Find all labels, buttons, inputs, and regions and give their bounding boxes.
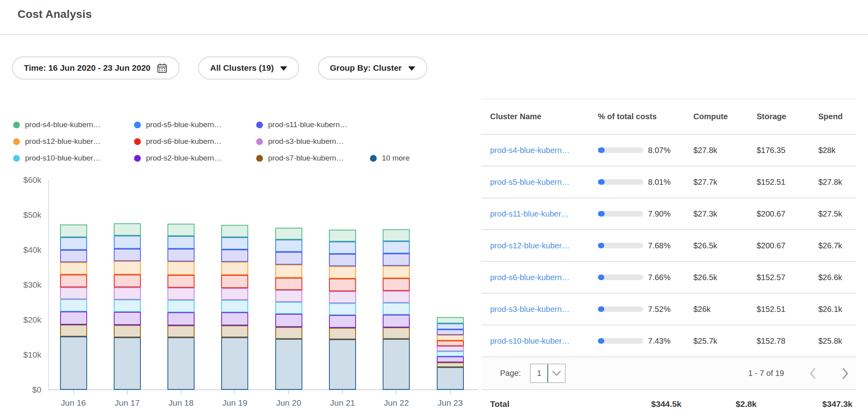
- legend-item[interactable]: prod-s6-blue-kubern…: [134, 137, 256, 146]
- bar-segment[interactable]: [114, 249, 141, 261]
- bar-segment[interactable]: [60, 312, 87, 325]
- bar-segment[interactable]: [275, 302, 302, 314]
- bar-segment[interactable]: [437, 346, 464, 351]
- time-range-filter[interactable]: Time: 16 Jun 2020 - 23 Jun 2020: [12, 56, 179, 79]
- legend-item[interactable]: prod-s7-blue-kubern…: [256, 154, 370, 163]
- bar-segment[interactable]: [60, 262, 87, 275]
- bar-segment[interactable]: [114, 275, 141, 288]
- bar-segment[interactable]: [383, 229, 410, 241]
- bar-segment[interactable]: [221, 225, 248, 237]
- legend-item[interactable]: prod-s3-blue-kubern…: [256, 137, 370, 146]
- bar-segment[interactable]: [60, 325, 87, 337]
- legend-item[interactable]: prod-s12-blue-kuber…: [13, 137, 134, 146]
- bar-segment[interactable]: [114, 300, 141, 312]
- bar-segment[interactable]: [329, 266, 356, 279]
- bar-segment[interactable]: [383, 291, 410, 303]
- next-page-button[interactable]: [841, 367, 849, 380]
- bar-segment[interactable]: [167, 337, 195, 390]
- bar-segment[interactable]: [60, 250, 87, 262]
- bar-segment[interactable]: [383, 339, 410, 390]
- bar-segment[interactable]: [275, 327, 302, 339]
- bar-segment[interactable]: [437, 351, 464, 356]
- stacked-bar-jun-16[interactable]: [60, 224, 87, 390]
- bar-segment[interactable]: [60, 287, 87, 299]
- bar-segment[interactable]: [329, 279, 356, 291]
- bar-segment[interactable]: [221, 250, 248, 262]
- stacked-bar-jun-23[interactable]: [437, 317, 464, 390]
- bar-segment[interactable]: [383, 254, 410, 266]
- bar-segment[interactable]: [60, 299, 87, 312]
- bar-segment[interactable]: [167, 224, 195, 236]
- bar-segment[interactable]: [114, 337, 141, 390]
- bar-segment[interactable]: [221, 312, 248, 325]
- bar-segment[interactable]: [114, 236, 141, 249]
- cluster-name-link[interactable]: prod-s12-blue-kuber…: [490, 241, 598, 250]
- stacked-bar-jun-22[interactable]: [383, 229, 410, 390]
- bar-segment[interactable]: [167, 288, 195, 300]
- bar-segment[interactable]: [275, 252, 302, 265]
- bar-segment[interactable]: [221, 237, 248, 250]
- bar-segment[interactable]: [167, 236, 195, 249]
- bar-segment[interactable]: [437, 329, 464, 335]
- legend-item[interactable]: 10 more: [370, 154, 481, 163]
- bar-segment[interactable]: [275, 339, 302, 390]
- bar-segment[interactable]: [329, 254, 356, 266]
- bar-segment[interactable]: [275, 228, 302, 240]
- legend-item[interactable]: prod-s5-blue-kubern…: [134, 120, 256, 129]
- stacked-bar-jun-21[interactable]: [329, 230, 356, 390]
- bar-segment[interactable]: [383, 303, 410, 315]
- previous-page-button[interactable]: [809, 367, 817, 380]
- bar-segment[interactable]: [437, 341, 464, 346]
- bar-segment[interactable]: [221, 262, 248, 275]
- stacked-bar-jun-19[interactable]: [221, 225, 248, 390]
- bar-segment[interactable]: [383, 315, 410, 328]
- bar-segment[interactable]: [383, 241, 410, 254]
- bar-segment[interactable]: [221, 325, 248, 337]
- bar-segment[interactable]: [221, 337, 248, 390]
- bar-segment[interactable]: [167, 300, 195, 312]
- bar-segment[interactable]: [329, 230, 356, 242]
- group-by-filter[interactable]: Group By: Cluster: [318, 56, 427, 79]
- bar-segment[interactable]: [60, 237, 87, 250]
- bar-segment[interactable]: [437, 367, 464, 390]
- stacked-bar-jun-17[interactable]: [114, 223, 141, 390]
- bar-segment[interactable]: [275, 240, 302, 252]
- bar-segment[interactable]: [60, 275, 87, 288]
- bar-segment[interactable]: [329, 315, 356, 328]
- cluster-name-link[interactable]: prod-s5-blue-kubern…: [490, 178, 598, 187]
- bar-segment[interactable]: [329, 242, 356, 254]
- bar-segment[interactable]: [60, 337, 87, 390]
- clusters-filter[interactable]: All Clusters (19): [198, 56, 299, 79]
- bar-segment[interactable]: [437, 356, 464, 362]
- bar-segment[interactable]: [114, 261, 141, 274]
- cluster-name-link[interactable]: prod-s11-blue-kuber…: [490, 209, 598, 219]
- bar-segment[interactable]: [437, 317, 464, 323]
- bar-segment[interactable]: [329, 291, 356, 303]
- cluster-name-link[interactable]: prod-s10-blue-kuber…: [490, 337, 598, 346]
- bar-segment[interactable]: [221, 300, 248, 312]
- bar-segment[interactable]: [275, 265, 302, 278]
- bar-segment[interactable]: [275, 290, 302, 302]
- bar-segment[interactable]: [114, 287, 141, 300]
- page-select[interactable]: 1: [530, 364, 566, 383]
- bar-segment[interactable]: [221, 275, 248, 288]
- legend-item[interactable]: prod-s10-blue-kuber…: [13, 154, 134, 163]
- bar-segment[interactable]: [275, 314, 302, 327]
- bar-segment[interactable]: [114, 325, 141, 337]
- cluster-name-link[interactable]: prod-s4-blue-kubern…: [490, 146, 598, 155]
- bar-segment[interactable]: [167, 275, 195, 288]
- bar-segment[interactable]: [167, 312, 195, 325]
- cluster-name-link[interactable]: prod-s6-blue-kubern…: [490, 273, 598, 282]
- bar-segment[interactable]: [221, 288, 248, 300]
- cluster-name-link[interactable]: prod-s3-blue-kubern…: [490, 305, 598, 314]
- bar-segment[interactable]: [167, 325, 195, 337]
- bar-segment[interactable]: [275, 278, 302, 290]
- bar-segment[interactable]: [167, 261, 195, 275]
- bar-segment[interactable]: [383, 327, 410, 339]
- legend-item[interactable]: prod-s11-blue-kubern…: [256, 120, 370, 129]
- bar-segment[interactable]: [383, 266, 410, 279]
- bar-segment[interactable]: [60, 224, 87, 238]
- legend-item[interactable]: prod-s4-blue-kubern…: [13, 120, 134, 129]
- bar-segment[interactable]: [437, 323, 464, 329]
- bar-segment[interactable]: [329, 328, 356, 339]
